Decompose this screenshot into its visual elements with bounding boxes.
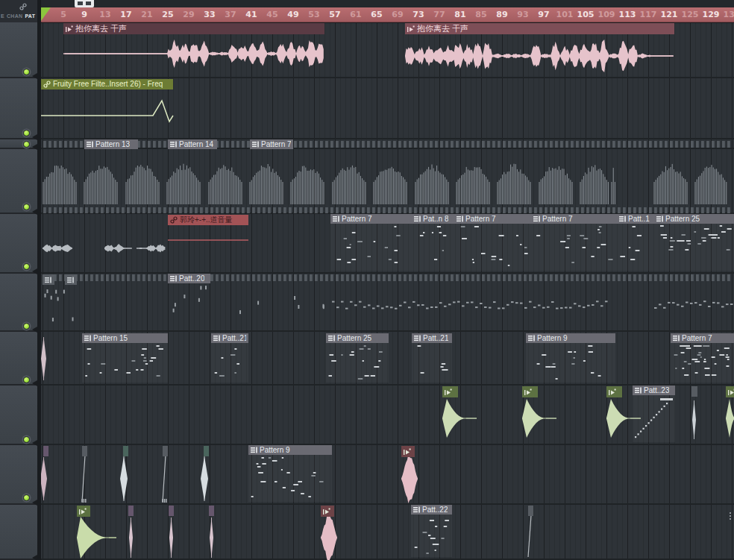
timeline-bar-number: 5 xyxy=(54,10,73,19)
pattern-clip-icon xyxy=(328,335,335,342)
timeline-bar-number: 65 xyxy=(367,10,386,19)
pattern-clip-content[interactable] xyxy=(330,224,412,271)
track-enable-led[interactable] xyxy=(23,436,30,443)
pattern-clip-header[interactable]: Pattern 7 xyxy=(454,214,531,224)
pattern-clip-content[interactable] xyxy=(411,515,452,557)
pattern-clip-content[interactable] xyxy=(412,224,454,271)
mini-clip-header[interactable] xyxy=(209,506,214,516)
pattern-clip-header[interactable]: Pattern 9 xyxy=(248,445,332,455)
picker-tab-chan[interactable]: CHAN xyxy=(7,11,22,22)
track-header-automation-track[interactable] xyxy=(0,78,37,139)
automation-clip[interactable]: 郭玲+-+..道音量 xyxy=(168,214,248,272)
pattern-clip-content[interactable] xyxy=(412,343,452,383)
audio-clip-mini-header[interactable] xyxy=(606,386,622,397)
pattern-clip-icon xyxy=(251,447,257,453)
picker-tab-pat[interactable]: PAT xyxy=(25,11,35,22)
mini-clip-header[interactable] xyxy=(169,506,174,516)
mini-clip-header[interactable] xyxy=(43,446,48,456)
pattern-clip-header[interactable]: Patt..22 xyxy=(411,505,452,515)
grip-dots[interactable] xyxy=(730,512,731,514)
pattern-clip-header[interactable]: Pattern 25 xyxy=(654,214,734,224)
pattern-clip-content[interactable] xyxy=(454,224,531,271)
mini-clip-header[interactable] xyxy=(204,446,209,456)
audio-clip[interactable]: 抱你离去 干声 xyxy=(63,22,324,77)
timeline-bar-number: 73 xyxy=(409,10,428,19)
track-header-vocal-chop-row-track[interactable] xyxy=(0,445,37,505)
pattern-clip-header[interactable]: Pattern 15 xyxy=(82,333,168,343)
track-header-notch xyxy=(32,500,37,506)
automation-clip[interactable]: Fruity Free Filte..Insert 26) - Freq xyxy=(41,78,173,138)
audio-clip-mini-header[interactable] xyxy=(321,506,334,517)
timeline-ruler[interactable]: 5913172125293337414549535761656973778185… xyxy=(41,7,734,22)
audio-clip[interactable]: 抱你离去 干声 xyxy=(405,22,674,77)
audio-clip-mini-header[interactable] xyxy=(726,386,734,397)
pattern-notes-preview xyxy=(617,224,654,271)
pattern-clip-content[interactable] xyxy=(671,343,734,383)
pattern-clip-content[interactable] xyxy=(211,343,248,383)
note-dash-band xyxy=(41,274,734,330)
pattern-clip-header[interactable]: Pattern 25 xyxy=(326,333,389,343)
pattern-clip-icon xyxy=(45,277,51,283)
pattern-clip-header[interactable]: Patt..21 xyxy=(211,333,248,343)
strum-note-clips[interactable] xyxy=(41,149,734,214)
pattern-clip-header[interactable]: Pattern 7 xyxy=(531,214,617,224)
mini-clip-header[interactable] xyxy=(43,274,54,285)
grid-window-icon[interactable] xyxy=(75,0,94,7)
pattern-clip-icon xyxy=(170,141,177,148)
pattern-clip-header[interactable]: Pattern 14 xyxy=(168,139,217,149)
track-header-pattern15-row-track[interactable] xyxy=(0,332,37,386)
pattern-clip-header[interactable]: Pattern 9 xyxy=(526,333,615,343)
mini-clip-header[interactable] xyxy=(528,506,533,516)
pattern-clip-content[interactable] xyxy=(326,343,389,383)
mini-clip-header[interactable] xyxy=(82,446,87,456)
track-enable-led[interactable] xyxy=(23,494,30,501)
pattern-clip-header[interactable]: Patt..20 xyxy=(168,274,210,283)
track-header-riser-row-track[interactable] xyxy=(0,386,37,445)
picker-tab-e[interactable]: E xyxy=(1,11,4,22)
mini-clip-header[interactable] xyxy=(128,506,134,516)
playlist-start-marker[interactable] xyxy=(41,7,51,21)
track-enable-led[interactable] xyxy=(23,69,30,75)
pattern-clip-content[interactable] xyxy=(531,224,617,271)
track-header-audio-track-1[interactable] xyxy=(0,22,37,78)
pattern-clip-content[interactable] xyxy=(526,343,615,383)
pattern-clip-content[interactable] xyxy=(654,224,734,271)
track-enable-led[interactable] xyxy=(23,323,30,330)
timeline-bar-number: 53 xyxy=(304,10,324,19)
track-header-strum-track[interactable] xyxy=(0,149,37,214)
track-header-pattern7-row-track[interactable] xyxy=(0,214,37,274)
timeline-bar-number: 89 xyxy=(492,10,512,19)
clip-label: Patt..21 xyxy=(423,335,448,342)
pattern-clip-header[interactable]: Pat..n 8 xyxy=(412,214,454,224)
automation-curve xyxy=(41,78,173,138)
pattern-clip-header[interactable]: Patt..23 xyxy=(633,386,675,395)
track-enable-led[interactable] xyxy=(23,263,30,270)
mini-clip-header[interactable] xyxy=(691,386,697,397)
mini-clip-header[interactable] xyxy=(123,446,128,456)
track-enable-led[interactable] xyxy=(23,377,30,383)
thin-waveform[interactable] xyxy=(41,332,46,384)
pattern-clip-header[interactable]: Pattern 13 xyxy=(84,139,138,149)
pattern-clip-content[interactable] xyxy=(248,455,332,502)
track-enable-led[interactable] xyxy=(23,141,30,148)
pattern-clip-content[interactable] xyxy=(633,395,675,442)
pattern-clip-header[interactable]: Pattern 7 xyxy=(330,214,412,224)
audio-clip-mini-header[interactable] xyxy=(401,446,415,457)
pattern-clip-header[interactable]: Pattern 7 xyxy=(671,333,734,343)
track-enable-led[interactable] xyxy=(23,130,30,136)
mini-clip-header[interactable] xyxy=(163,446,168,456)
pattern-clip-header[interactable]: Patt..21 xyxy=(412,333,452,343)
pattern-clip-header[interactable]: Patt..1 xyxy=(617,214,654,224)
pattern-clip-icon xyxy=(656,215,663,222)
pattern-clip-header[interactable]: Pattern 7 xyxy=(250,139,293,149)
mini-clip-header[interactable] xyxy=(65,274,77,285)
pattern-clip-content[interactable] xyxy=(617,224,654,271)
pattern-notes-preview xyxy=(326,343,389,383)
pattern-clip-content[interactable] xyxy=(82,343,168,383)
track-enable-led[interactable] xyxy=(23,204,30,210)
audio-clip-mini-header[interactable] xyxy=(77,506,90,517)
audio-clip-mini-header[interactable] xyxy=(522,386,538,397)
audio-clip-mini-header[interactable] xyxy=(442,386,458,397)
track-header-bottom-row-track[interactable] xyxy=(0,505,37,560)
track-header-patt20-row-track[interactable] xyxy=(0,274,37,332)
